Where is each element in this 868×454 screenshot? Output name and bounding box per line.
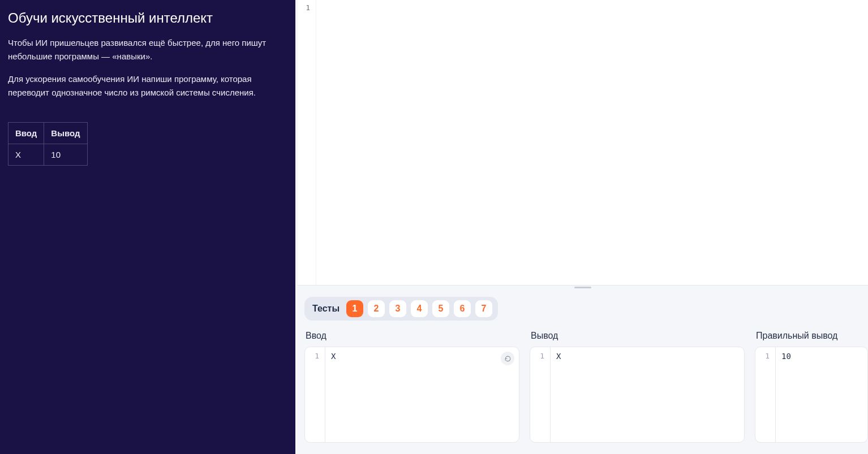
io-panels: Ввод 1 X Вывод 1 X (304, 321, 868, 454)
tests-area: Тесты 1 2 3 4 5 6 7 Ввод 1 X (298, 289, 868, 454)
editor-body[interactable] (316, 0, 868, 285)
main-area: 1 Тесты 1 2 3 4 5 6 7 Ввод 1 (298, 0, 868, 454)
reload-input-button[interactable] (501, 352, 514, 365)
output-gutter: 1 (530, 347, 551, 442)
table-head-output: Вывод (44, 123, 87, 144)
tests-tab-bar: Тесты 1 2 3 4 5 6 7 (304, 297, 498, 321)
test-tab-2[interactable]: 2 (368, 300, 385, 317)
task-description-1: Чтобы ИИ пришельцев развивался ещё быстр… (8, 36, 287, 63)
test-tab-5[interactable]: 5 (432, 300, 449, 317)
io-example-table: Ввод Вывод X 10 (8, 122, 88, 166)
table-cell-output: 10 (44, 144, 87, 166)
test-tab-3[interactable]: 3 (389, 300, 406, 317)
output-panel: Вывод 1 X (530, 327, 745, 443)
output-panel-title: Вывод (531, 331, 745, 341)
correct-content: 10 (776, 347, 867, 442)
test-tab-1[interactable]: 1 (346, 300, 363, 317)
code-editor[interactable]: 1 (298, 0, 868, 286)
task-description-2: Для ускорения самообучения ИИ напиши про… (8, 72, 287, 100)
table-head-input: Ввод (8, 123, 44, 144)
input-content: X (325, 347, 519, 442)
reload-icon (504, 355, 512, 362)
task-sidebar: Обучи искусственный интеллект Чтобы ИИ п… (0, 0, 295, 454)
input-panel: Ввод 1 X (304, 327, 519, 443)
table-cell-input: X (8, 144, 44, 166)
line-number: 1 (765, 352, 770, 360)
app-root: Обучи искусственный интеллект Чтобы ИИ п… (0, 0, 868, 454)
editor-gutter: 1 (298, 0, 316, 285)
output-panel-box: 1 X (530, 347, 745, 443)
line-number: 1 (315, 352, 319, 360)
correct-output-panel-title: Правильный вывод (756, 331, 868, 341)
test-tab-7[interactable]: 7 (475, 300, 492, 317)
input-panel-title: Ввод (306, 331, 519, 341)
correct-gutter: 1 (755, 347, 776, 442)
test-tab-6[interactable]: 6 (454, 300, 471, 317)
line-number: 1 (298, 3, 310, 13)
input-panel-box[interactable]: 1 X (304, 347, 519, 443)
table-row: X 10 (8, 144, 88, 166)
correct-output-panel-box: 1 10 (755, 347, 868, 443)
tests-label: Тесты (312, 304, 340, 314)
test-tab-4[interactable]: 4 (411, 300, 428, 317)
input-gutter: 1 (305, 347, 325, 442)
correct-output-panel: Правильный вывод 1 10 (755, 327, 868, 443)
output-content: X (551, 347, 744, 442)
line-number: 1 (540, 352, 544, 360)
task-title: Обучи искусственный интеллект (8, 10, 287, 26)
